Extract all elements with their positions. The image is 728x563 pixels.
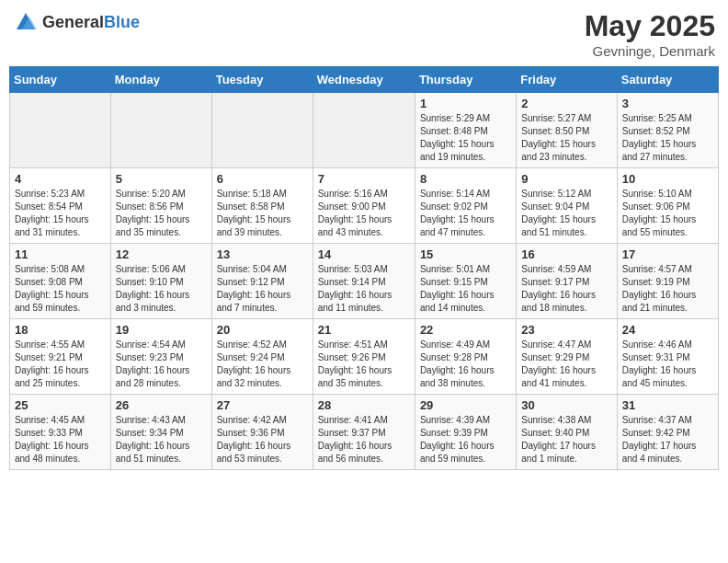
day-number: 4 <box>15 172 106 186</box>
calendar-cell: 22Sunrise: 4:49 AM Sunset: 9:28 PM Dayli… <box>415 319 516 395</box>
day-number: 23 <box>521 323 611 337</box>
day-number: 8 <box>420 172 511 186</box>
day-info: Sunrise: 4:42 AM Sunset: 9:36 PM Dayligh… <box>217 414 308 465</box>
day-info: Sunrise: 5:10 AM Sunset: 9:06 PM Dayligh… <box>622 188 713 239</box>
day-info: Sunrise: 5:14 AM Sunset: 9:02 PM Dayligh… <box>420 188 511 239</box>
day-number: 20 <box>217 323 308 337</box>
day-number: 6 <box>217 172 308 186</box>
day-info: Sunrise: 4:38 AM Sunset: 9:40 PM Dayligh… <box>521 414 611 465</box>
logo: GeneralBlue <box>13 9 140 35</box>
calendar-cell: 19Sunrise: 4:54 AM Sunset: 9:23 PM Dayli… <box>110 319 211 395</box>
weekday-header-tuesday: Tuesday <box>211 67 313 93</box>
day-number: 9 <box>521 172 611 186</box>
day-number: 15 <box>420 247 511 261</box>
day-info: Sunrise: 5:27 AM Sunset: 8:50 PM Dayligh… <box>521 112 611 164</box>
calendar-cell: 17Sunrise: 4:57 AM Sunset: 9:19 PM Dayli… <box>617 244 718 319</box>
calendar-cell: 4Sunrise: 5:23 AM Sunset: 8:54 PM Daylig… <box>10 168 111 244</box>
calendar-cell: 10Sunrise: 5:10 AM Sunset: 9:06 PM Dayli… <box>617 168 718 244</box>
calendar-cell: 11Sunrise: 5:08 AM Sunset: 9:08 PM Dayli… <box>10 244 111 319</box>
day-number: 14 <box>318 247 410 261</box>
day-info: Sunrise: 4:37 AM Sunset: 9:42 PM Dayligh… <box>622 414 713 465</box>
day-info: Sunrise: 5:08 AM Sunset: 9:08 PM Dayligh… <box>15 263 106 315</box>
calendar-cell: 26Sunrise: 4:43 AM Sunset: 9:34 PM Dayli… <box>110 395 211 470</box>
calendar-cell: 7Sunrise: 5:16 AM Sunset: 9:00 PM Daylig… <box>313 168 415 244</box>
day-info: Sunrise: 4:57 AM Sunset: 9:19 PM Dayligh… <box>622 263 713 315</box>
day-info: Sunrise: 4:51 AM Sunset: 9:26 PM Dayligh… <box>318 339 410 390</box>
calendar-cell: 23Sunrise: 4:47 AM Sunset: 9:29 PM Dayli… <box>517 319 617 395</box>
calendar-cell <box>313 93 415 168</box>
title-block: May 2025 Gevninge, Denmark <box>585 9 715 59</box>
day-info: Sunrise: 5:03 AM Sunset: 9:14 PM Dayligh… <box>318 263 410 315</box>
logo-icon <box>13 9 39 35</box>
day-info: Sunrise: 5:18 AM Sunset: 8:58 PM Dayligh… <box>217 188 308 239</box>
day-number: 2 <box>521 97 611 110</box>
day-number: 24 <box>622 323 713 337</box>
calendar-week-row: 25Sunrise: 4:45 AM Sunset: 9:33 PM Dayli… <box>10 395 719 470</box>
day-number: 30 <box>521 398 611 412</box>
day-number: 28 <box>318 398 410 412</box>
calendar-cell <box>211 93 313 168</box>
calendar-cell: 30Sunrise: 4:38 AM Sunset: 9:40 PM Dayli… <box>517 395 617 470</box>
calendar-cell: 25Sunrise: 4:45 AM Sunset: 9:33 PM Dayli… <box>10 395 111 470</box>
calendar-cell: 14Sunrise: 5:03 AM Sunset: 9:14 PM Dayli… <box>313 244 415 319</box>
day-number: 22 <box>420 323 511 337</box>
day-info: Sunrise: 5:25 AM Sunset: 8:52 PM Dayligh… <box>622 112 713 164</box>
day-info: Sunrise: 5:12 AM Sunset: 9:04 PM Dayligh… <box>521 188 611 239</box>
day-number: 16 <box>521 247 611 261</box>
day-number: 29 <box>420 398 511 412</box>
weekday-header-thursday: Thursday <box>415 67 516 93</box>
calendar-cell: 27Sunrise: 4:42 AM Sunset: 9:36 PM Dayli… <box>211 395 313 470</box>
day-info: Sunrise: 4:55 AM Sunset: 9:21 PM Dayligh… <box>15 339 106 390</box>
day-info: Sunrise: 5:06 AM Sunset: 9:10 PM Dayligh… <box>116 263 207 315</box>
day-number: 12 <box>116 247 207 261</box>
day-info: Sunrise: 4:39 AM Sunset: 9:39 PM Dayligh… <box>420 414 511 465</box>
weekday-header-monday: Monday <box>110 67 211 93</box>
calendar-cell: 9Sunrise: 5:12 AM Sunset: 9:04 PM Daylig… <box>517 168 617 244</box>
day-number: 25 <box>15 398 106 412</box>
page-header: GeneralBlue May 2025 Gevninge, Denmark <box>9 9 719 59</box>
day-number: 5 <box>116 172 207 186</box>
calendar-cell: 31Sunrise: 4:37 AM Sunset: 9:42 PM Dayli… <box>617 395 718 470</box>
calendar-cell: 5Sunrise: 5:20 AM Sunset: 8:56 PM Daylig… <box>110 168 211 244</box>
day-info: Sunrise: 5:20 AM Sunset: 8:56 PM Dayligh… <box>116 188 207 239</box>
calendar-cell: 24Sunrise: 4:46 AM Sunset: 9:31 PM Dayli… <box>617 319 718 395</box>
weekday-header-friday: Friday <box>517 67 617 93</box>
day-number: 7 <box>318 172 410 186</box>
day-number: 1 <box>420 97 511 110</box>
day-info: Sunrise: 5:16 AM Sunset: 9:00 PM Dayligh… <box>318 188 410 239</box>
day-number: 21 <box>318 323 410 337</box>
weekday-header-wednesday: Wednesday <box>313 67 415 93</box>
calendar-cell: 6Sunrise: 5:18 AM Sunset: 8:58 PM Daylig… <box>211 168 313 244</box>
day-number: 17 <box>622 247 713 261</box>
day-number: 31 <box>622 398 713 412</box>
day-info: Sunrise: 4:52 AM Sunset: 9:24 PM Dayligh… <box>217 339 308 390</box>
day-info: Sunrise: 5:29 AM Sunset: 8:48 PM Dayligh… <box>420 112 511 164</box>
calendar-cell: 1Sunrise: 5:29 AM Sunset: 8:48 PM Daylig… <box>415 93 516 168</box>
month-title: May 2025 <box>585 9 715 43</box>
day-info: Sunrise: 4:59 AM Sunset: 9:17 PM Dayligh… <box>521 263 611 315</box>
day-info: Sunrise: 4:47 AM Sunset: 9:29 PM Dayligh… <box>521 339 611 390</box>
day-info: Sunrise: 4:49 AM Sunset: 9:28 PM Dayligh… <box>420 339 511 390</box>
day-number: 13 <box>217 247 308 261</box>
calendar-cell: 29Sunrise: 4:39 AM Sunset: 9:39 PM Dayli… <box>415 395 516 470</box>
calendar-cell: 16Sunrise: 4:59 AM Sunset: 9:17 PM Dayli… <box>517 244 617 319</box>
logo-text: GeneralBlue <box>42 13 140 32</box>
logo-blue: Blue <box>104 13 140 31</box>
day-number: 27 <box>217 398 308 412</box>
calendar-cell: 18Sunrise: 4:55 AM Sunset: 9:21 PM Dayli… <box>10 319 111 395</box>
day-number: 18 <box>15 323 106 337</box>
weekday-header-sunday: Sunday <box>10 67 111 93</box>
day-info: Sunrise: 5:04 AM Sunset: 9:12 PM Dayligh… <box>217 263 308 315</box>
weekday-header-row: SundayMondayTuesdayWednesdayThursdayFrid… <box>10 67 719 93</box>
day-info: Sunrise: 4:43 AM Sunset: 9:34 PM Dayligh… <box>116 414 207 465</box>
day-number: 3 <box>622 97 713 110</box>
calendar-cell: 13Sunrise: 5:04 AM Sunset: 9:12 PM Dayli… <box>211 244 313 319</box>
day-info: Sunrise: 4:54 AM Sunset: 9:23 PM Dayligh… <box>116 339 207 390</box>
day-number: 10 <box>622 172 713 186</box>
calendar-cell: 3Sunrise: 5:25 AM Sunset: 8:52 PM Daylig… <box>617 93 718 168</box>
calendar-cell: 20Sunrise: 4:52 AM Sunset: 9:24 PM Dayli… <box>211 319 313 395</box>
day-info: Sunrise: 4:45 AM Sunset: 9:33 PM Dayligh… <box>15 414 106 465</box>
calendar-cell: 28Sunrise: 4:41 AM Sunset: 9:37 PM Dayli… <box>313 395 415 470</box>
day-info: Sunrise: 4:41 AM Sunset: 9:37 PM Dayligh… <box>318 414 410 465</box>
location-title: Gevninge, Denmark <box>585 43 715 59</box>
